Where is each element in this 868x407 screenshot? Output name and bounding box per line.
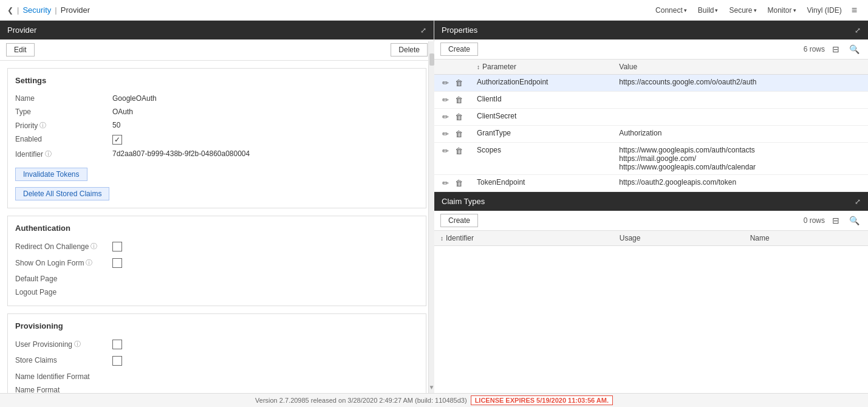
properties-expand-icon[interactable]: ⤢ xyxy=(855,26,861,35)
show-login-checkbox[interactable] xyxy=(112,258,122,268)
row-edit-button[interactable]: ✏ xyxy=(440,95,451,105)
footer: Version 2.7.20985 released on 3/28/2020 … xyxy=(0,393,868,407)
properties-table-row: ✏ 🗑 ClientId xyxy=(434,92,868,109)
value-cell: https://oauth2.googleapis.com/token xyxy=(613,175,868,192)
row-edit-button[interactable]: ✏ xyxy=(440,146,451,156)
row-delete-button[interactable]: 🗑 xyxy=(453,95,465,105)
value-cell: https://accounts.google.com/o/oauth2/aut… xyxy=(613,75,868,92)
redirect-challenge-label: Redirect On Challenge ⓘ xyxy=(15,241,112,251)
type-value: OAuth xyxy=(112,106,133,116)
secure-menu[interactable]: Secure ▾ xyxy=(724,4,761,17)
value-cell: https://www.googleapis.com/auth/contacts… xyxy=(613,143,868,175)
identifier-info-icon[interactable]: ⓘ xyxy=(45,149,52,159)
monitor-arrow: ▾ xyxy=(793,7,796,13)
redirect-challenge-checkbox[interactable] xyxy=(112,242,122,251)
row-actions: ✏ 🗑 xyxy=(440,129,465,139)
row-delete-button[interactable]: 🗑 xyxy=(453,112,465,122)
parameter-cell: TokenEndpoint xyxy=(471,175,613,192)
properties-panel: Properties ⤢ Create 6 rows ⊟ 🔍 xyxy=(434,21,868,192)
parameter-cell: AuthorizationEndpoint xyxy=(471,75,613,92)
properties-table-row: ✏ 🗑 TokenEndpointhttps://oauth2.googleap… xyxy=(434,175,868,192)
row-edit-button[interactable]: ✏ xyxy=(440,178,451,188)
show-login-value xyxy=(112,257,122,270)
row-delete-button[interactable]: 🗑 xyxy=(453,178,465,188)
type-label: Type xyxy=(15,106,112,116)
properties-create-button[interactable]: Create xyxy=(440,43,478,56)
field-enabled: Enabled ✓ xyxy=(15,132,419,146)
field-default-page: Default Page xyxy=(15,272,419,285)
claim-identifier-header[interactable]: ↕Identifier xyxy=(434,231,613,246)
store-claims-checkbox[interactable] xyxy=(112,356,122,366)
user-provisioning-value xyxy=(112,338,122,351)
authentication-section: Authentication Redirect On Challenge ⓘ S… xyxy=(7,216,426,306)
claim-types-toolbar-right: 0 rows ⊟ 🔍 xyxy=(804,214,862,227)
properties-table-container: ↕Parameter Value ✏ 🗑 AuthorizationEndpoi… xyxy=(434,60,868,192)
row-edit-button[interactable]: ✏ xyxy=(440,78,451,88)
secure-arrow: ▾ xyxy=(754,7,757,13)
delete-button[interactable]: Delete xyxy=(391,43,428,56)
user-prov-info-icon[interactable]: ⓘ xyxy=(74,340,81,349)
provisioning-section-title: Provisioning xyxy=(15,321,419,330)
show-login-info-icon[interactable]: ⓘ xyxy=(86,258,92,267)
delete-stored-claims-button[interactable]: Delete All Stored Claims xyxy=(15,187,109,200)
claim-types-table-container: ↕Identifier Usage Name xyxy=(434,231,868,393)
row-actions: ✏ 🗑 xyxy=(440,146,465,156)
row-actions-cell: ✏ 🗑 xyxy=(434,143,471,175)
nav-separator2: | xyxy=(55,5,56,15)
back-button[interactable]: ❮ xyxy=(7,6,13,15)
provider-expand-icon[interactable]: ⤢ xyxy=(420,26,426,35)
hamburger-icon[interactable]: ≡ xyxy=(848,2,861,18)
field-identifier: Identifier ⓘ 7d2aa807-b999-438b-9f2b-048… xyxy=(15,146,419,160)
left-panel-scrollbar[interactable]: ▼ xyxy=(428,41,434,393)
row-edit-button[interactable]: ✏ xyxy=(440,129,451,139)
logout-page-label: Logout Page xyxy=(15,287,112,296)
settings-section-title: Settings xyxy=(15,76,419,85)
claim-types-row-count: 0 rows xyxy=(804,216,825,225)
row-delete-button[interactable]: 🗑 xyxy=(453,146,465,156)
enabled-value: ✓ xyxy=(112,134,122,145)
claim-types-filter-button[interactable]: ⊟ xyxy=(830,214,842,227)
row-delete-button[interactable]: 🗑 xyxy=(453,78,465,88)
row-delete-button[interactable]: 🗑 xyxy=(453,129,465,139)
connect-arrow: ▾ xyxy=(684,7,687,13)
store-claims-value xyxy=(112,355,122,368)
claim-types-search-button[interactable]: 🔍 xyxy=(847,214,862,227)
invalidate-tokens-button[interactable]: Invalidate Tokens xyxy=(15,168,87,181)
authentication-section-title: Authentication xyxy=(15,224,419,233)
row-actions: ✏ 🗑 xyxy=(440,178,465,188)
breadcrumb-security[interactable]: Security xyxy=(22,5,51,15)
field-type: Type OAuth xyxy=(15,104,419,118)
claim-types-toolbar: Create 0 rows ⊟ 🔍 xyxy=(434,211,868,231)
provider-panel-body: Settings Name GoogleOAuth Type OAuth Pri… xyxy=(0,61,434,393)
redirect-info-icon[interactable]: ⓘ xyxy=(91,242,97,251)
build-arrow: ▾ xyxy=(715,7,718,13)
claim-types-create-button[interactable]: Create xyxy=(440,214,478,227)
vinyl-menu[interactable]: Vinyl (IDE) xyxy=(802,4,847,17)
edit-button[interactable]: Edit xyxy=(6,43,35,56)
row-edit-button[interactable]: ✏ xyxy=(440,112,451,122)
properties-filter-button[interactable]: ⊟ xyxy=(830,43,842,55)
breadcrumb-provider: Provider xyxy=(61,5,90,15)
claim-types-panel: Claim Types ⤢ Create 0 rows ⊟ 🔍 ↕Ident xyxy=(434,192,868,393)
user-provisioning-checkbox[interactable] xyxy=(112,340,122,349)
claim-types-panel-title: Claim Types xyxy=(442,197,485,206)
claim-name-header: Name xyxy=(744,231,868,246)
build-menu[interactable]: Build ▾ xyxy=(693,4,723,17)
claim-types-expand-icon[interactable]: ⤢ xyxy=(855,197,861,206)
properties-parameter-header[interactable]: ↕Parameter xyxy=(471,60,613,75)
connect-menu[interactable]: Connect ▾ xyxy=(651,4,692,17)
properties-toolbar: Create 6 rows ⊟ 🔍 xyxy=(434,39,868,60)
properties-value-header: Value xyxy=(613,60,868,75)
properties-table-row: ✏ 🗑 GrantTypeAuthorization xyxy=(434,126,868,143)
top-navigation: ❮ | Security | Provider Connect ▾ Build … xyxy=(0,0,868,21)
claim-types-header-row: ↕Identifier Usage Name xyxy=(434,231,868,246)
row-actions-cell: ✏ 🗑 xyxy=(434,75,471,92)
claim-usage-header: Usage xyxy=(613,231,744,246)
properties-search-button[interactable]: 🔍 xyxy=(847,43,862,55)
enabled-checkbox[interactable]: ✓ xyxy=(112,135,122,145)
priority-info-icon[interactable]: ⓘ xyxy=(39,121,46,130)
store-claims-label: Store Claims xyxy=(15,355,112,364)
row-actions-cell: ✏ 🗑 xyxy=(434,109,471,126)
monitor-menu[interactable]: Monitor ▾ xyxy=(763,4,801,17)
field-name: Name GoogleOAuth xyxy=(15,91,419,104)
